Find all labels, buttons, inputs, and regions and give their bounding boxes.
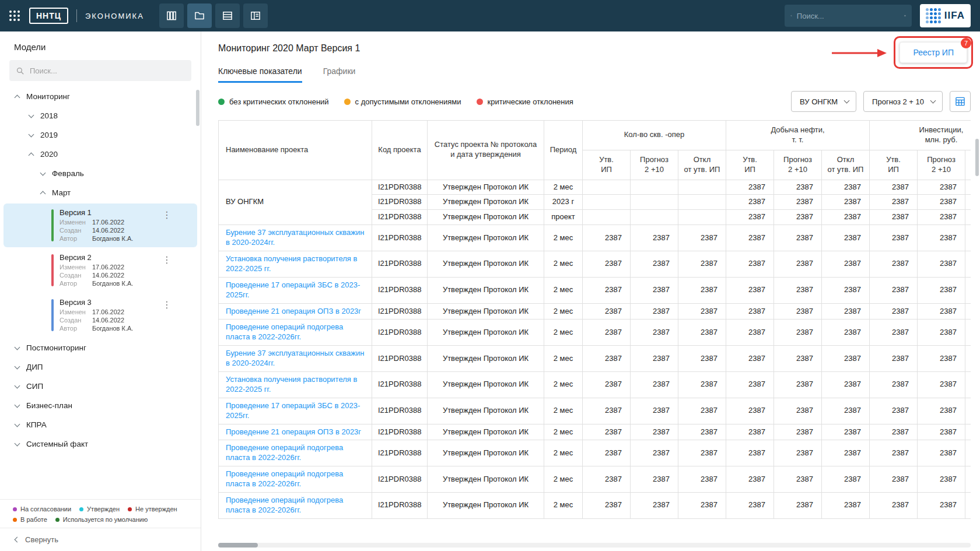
project-link[interactable]: Проведение операций подогрева пласта в 2… — [219, 320, 372, 346]
col-subheader: Утв. ИП — [726, 150, 774, 180]
tree-item-monitoring[interactable]: Мониторинг — [0, 87, 201, 106]
project-link[interactable]: Проведение 21 операция ОПЗ в 2023г — [219, 303, 372, 320]
project-code: I21PDR0388 — [372, 346, 428, 372]
main-vertical-scrollbar[interactable] — [975, 139, 979, 176]
company-logo: ННТЦ — [29, 8, 68, 24]
project-link[interactable]: Проведение операций подогрева пласта в 2… — [219, 440, 372, 466]
tree-item-february[interactable]: Февраль — [0, 164, 201, 183]
tree-item-sip[interactable]: СИП — [0, 377, 201, 396]
value-cell: 2387 — [726, 195, 774, 210]
project-code: I21PDR0388 — [372, 225, 428, 251]
registry-button[interactable]: Реестр ИП 7 — [900, 42, 967, 63]
version-meta-value: Богданов К.А. — [92, 325, 133, 332]
value-cell: 2387 — [870, 225, 918, 251]
value-cell: 2387 — [631, 225, 678, 251]
value-cell: 2387 — [583, 320, 631, 346]
project-link[interactable]: Установка получения растворителя в 2022-… — [219, 372, 372, 398]
collapse-sidebar-button[interactable]: Свернуть — [0, 528, 201, 551]
value-cell: 2387 — [726, 346, 774, 372]
project-link[interactable]: Установка получения растворителя в 2022-… — [219, 251, 372, 278]
version-item-3[interactable]: Версия 3Изменен17.06.2022Создан14.06.202… — [4, 293, 197, 337]
legend-item: Используется по умолчанию — [55, 516, 148, 523]
view-folder-button[interactable] — [187, 3, 212, 28]
tree-item-year-2020[interactable]: 2020 — [0, 145, 201, 164]
project-code: I21PDR0388 — [372, 320, 428, 346]
version-status-bar — [51, 254, 54, 286]
filter-dropdown-forecast[interactable]: Прогноз 2 + 10 — [863, 91, 943, 112]
legend-label: Используется по умолчанию — [63, 516, 148, 523]
project-link[interactable]: Проведение 21 операция ОПЗ в 2023г — [219, 424, 372, 440]
model-search-input[interactable] — [30, 66, 186, 75]
project-status: Утвержден Протокол ИК — [428, 398, 544, 424]
project-link[interactable]: Проведение операций подогрева пласта в 2… — [219, 493, 372, 519]
value-cell: 2387 — [870, 398, 918, 424]
tab-charts[interactable]: Графики — [323, 66, 356, 83]
value-cell: 2387 — [822, 251, 870, 278]
value-cell: 2387 — [965, 424, 971, 440]
table-view-button[interactable] — [950, 91, 971, 112]
value-cell: 2387 — [583, 225, 631, 251]
view-columns-button[interactable] — [159, 3, 184, 28]
version-item-2[interactable]: Версия 2Изменен17.06.2022Создан14.06.202… — [4, 248, 197, 292]
project-link[interactable]: Бурение 37 эксплуатационных скважин в 20… — [219, 346, 372, 372]
tree-item-year-2018[interactable]: 2018 — [0, 106, 201, 125]
project-period: 2023 г — [544, 195, 583, 210]
registry-button-label: Реестр ИП — [913, 48, 954, 57]
value-cell: 2387 — [918, 303, 965, 320]
version-meta-value: 17.06.2022 — [92, 308, 124, 315]
tree-item-year-2019[interactable]: 2019 — [0, 125, 201, 145]
tree-item-dip[interactable]: ДИП — [0, 357, 201, 377]
tree-item-label: 2018 — [40, 111, 58, 120]
project-status: Утвержден Протокол ИК — [428, 346, 544, 372]
view-sidebar-button[interactable] — [243, 3, 268, 28]
tree-item-label: СИП — [26, 382, 43, 391]
global-search-input[interactable] — [797, 12, 900, 20]
horizontal-scrollbar[interactable] — [218, 543, 971, 548]
view-list-button[interactable] — [215, 3, 240, 28]
kebab-menu-icon[interactable]: ⋮ — [160, 299, 174, 311]
chevron-down-icon — [29, 112, 34, 118]
tree-item-system-fact[interactable]: Системный факт — [0, 434, 201, 454]
table-row: Бурение 37 эксплуатационных скважин в 20… — [219, 225, 971, 251]
col-header-code: Код проекта — [372, 121, 428, 180]
value-cell: 2387 — [726, 251, 774, 278]
version-meta-label: Автор — [60, 235, 92, 242]
tab-key-indicators[interactable]: Ключевые показатели — [218, 66, 302, 83]
value-cell: 2387 — [822, 303, 870, 320]
value-cell: 2387 — [870, 372, 918, 398]
project-status: Утвержден Протокол ИК — [428, 195, 544, 210]
main-content: Мониторинг 2020 Март Версия 1 Реестр ИП … — [202, 31, 980, 551]
global-search[interactable] — [785, 5, 912, 27]
tree-item-postmonitoring[interactable]: Постмониторинг — [0, 338, 201, 357]
horizontal-scrollbar-thumb[interactable] — [218, 543, 258, 548]
value-cell: 2387 — [774, 195, 822, 210]
apps-grid-icon[interactable] — [9, 10, 20, 21]
version-meta-row: Создан14.06.2022 — [60, 317, 174, 324]
sidebar-scrollbar[interactable] — [196, 90, 200, 126]
version-item-1[interactable]: Версия 1Изменен17.06.2022Создан14.06.202… — [4, 203, 197, 247]
kebab-menu-icon[interactable]: ⋮ — [160, 254, 174, 266]
value-cell: 2387 — [870, 180, 918, 195]
model-search[interactable] — [9, 60, 191, 81]
project-link[interactable]: Проведение 17 операций ЗБС в 2023-2025гг… — [219, 277, 372, 303]
value-cell: 2387 — [726, 303, 774, 320]
kebab-menu-icon[interactable]: ⋮ — [160, 209, 174, 221]
value-cell: 2387 — [774, 440, 822, 466]
status-dot-icon — [79, 507, 83, 511]
project-link[interactable]: Проведение операций подогрева пласта в 2… — [219, 466, 372, 493]
project-link[interactable]: Проведение 17 операций ЗБС в 2023-2025гг… — [219, 398, 372, 424]
value-cell: 2387 — [965, 225, 971, 251]
filter-dropdown-model[interactable]: ВУ ОНГКМ — [791, 91, 856, 112]
value-cell: 2387 — [918, 180, 965, 195]
project-link[interactable]: Бурение 37 эксплуатационных скважин в 20… — [219, 225, 372, 251]
view-columns-icon — [166, 10, 177, 22]
chevron-down-icon — [844, 98, 850, 104]
version-meta-row: Изменен17.06.2022 — [60, 219, 174, 226]
tune-icon[interactable] — [904, 10, 906, 21]
tree-item-kpra[interactable]: КПРА — [0, 415, 201, 434]
version-meta-value: 14.06.2022 — [92, 272, 124, 279]
value-cell: 2387 — [631, 251, 678, 278]
tree-item-business-plan[interactable]: Бизнес-план — [0, 396, 201, 415]
legend-row: без критических отклоненийс допустимыми … — [218, 91, 971, 112]
tree-item-march[interactable]: Март — [0, 183, 201, 202]
